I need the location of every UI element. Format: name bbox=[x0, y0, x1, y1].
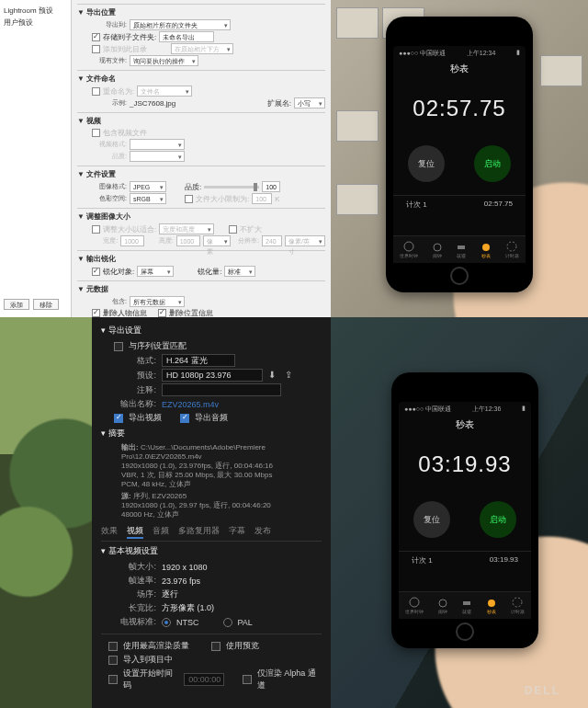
alarm-icon bbox=[432, 241, 443, 252]
sharpen-checkbox[interactable] bbox=[92, 268, 100, 276]
tab-stopwatch[interactable]: 秒表 bbox=[486, 597, 497, 614]
match-sequence-checkbox[interactable] bbox=[114, 342, 123, 351]
tab-alarm[interactable]: 闹钟 bbox=[432, 241, 443, 258]
tab-timer[interactable]: 计时器 bbox=[505, 241, 519, 258]
tab-alarm[interactable]: 闹钟 bbox=[437, 597, 448, 614]
summary-line: PCM, 48 kHz, 立体声 bbox=[121, 480, 322, 489]
ext-dropdown[interactable]: 小写 bbox=[294, 97, 325, 108]
par-value[interactable]: 方形像素 (1.0) bbox=[162, 602, 214, 614]
tab-bedtime[interactable]: 就寝 bbox=[461, 597, 472, 614]
alpha-only-checkbox[interactable] bbox=[243, 675, 252, 684]
add-preset-button[interactable]: 添加 bbox=[4, 299, 29, 310]
subfolder-input[interactable]: 未命名导出 bbox=[159, 31, 214, 42]
summary-header[interactable]: ▾ 摘要 bbox=[101, 428, 322, 440]
quality-input[interactable]: 100 bbox=[262, 181, 280, 192]
section-file-settings[interactable]: ▼ 文件设置 bbox=[77, 166, 325, 179]
preset-group[interactable]: 用户预设 bbox=[4, 17, 67, 28]
reset-button[interactable]: 复位 bbox=[413, 501, 450, 538]
stack-dropdown[interactable]: 在原始相片下方 bbox=[171, 43, 233, 54]
tab-worldclock[interactable]: 世界时钟 bbox=[405, 597, 424, 614]
section-file-naming[interactable]: ▼ 文件命名 bbox=[77, 70, 325, 84]
export-video-checkbox[interactable] bbox=[114, 414, 123, 423]
start-button[interactable]: 启动 bbox=[480, 501, 516, 538]
timecode-input[interactable]: 00:00:00 bbox=[184, 673, 224, 686]
video-format-dropdown[interactable] bbox=[130, 139, 185, 150]
image-format-dropdown[interactable]: JPEG bbox=[130, 181, 166, 192]
basic-video-header[interactable]: ▾ 基本视频设置 bbox=[101, 545, 322, 557]
field-order-value[interactable]: 逐行 bbox=[162, 588, 178, 600]
sharpen-for-dropdown[interactable]: 屏幕 bbox=[137, 266, 174, 277]
fit-dropdown[interactable]: 宽度和高度 bbox=[159, 223, 214, 234]
tab-stopwatch[interactable]: 秒表 bbox=[481, 241, 492, 258]
ntsc-radio[interactable] bbox=[162, 618, 171, 627]
include-video-checkbox[interactable] bbox=[92, 129, 100, 137]
sharpen-amount-dropdown[interactable]: 标准 bbox=[224, 266, 255, 277]
preset-dropdown[interactable]: HD 1080p 23.976 bbox=[162, 369, 263, 382]
export-to-dropdown[interactable]: 原始相片所在的文件夹 bbox=[130, 19, 231, 30]
start-timecode-checkbox[interactable] bbox=[108, 675, 118, 684]
height-input[interactable]: 1000 bbox=[176, 235, 200, 246]
unit-dropdown[interactable]: 像素 bbox=[203, 235, 231, 246]
remove-preset-button[interactable]: 移除 bbox=[33, 299, 59, 310]
colorspace-dropdown[interactable]: sRGB bbox=[130, 193, 166, 204]
tab-mux[interactable]: 多路复用器 bbox=[178, 525, 220, 539]
export-audio-checkbox[interactable] bbox=[180, 414, 189, 423]
bed-icon bbox=[456, 241, 467, 252]
metadata-dropdown[interactable]: 所有元数据 bbox=[130, 296, 185, 307]
start-button[interactable]: 启动 bbox=[474, 145, 511, 182]
svg-rect-7 bbox=[463, 601, 470, 605]
section-image-sizing[interactable]: ▼ 调整图像大小 bbox=[77, 208, 325, 222]
res-input[interactable]: 240 bbox=[262, 235, 282, 246]
tab-effects[interactable]: 效果 bbox=[101, 525, 118, 539]
existing-dropdown[interactable]: 询问要执行的操作 bbox=[130, 55, 198, 66]
limit-input[interactable]: 100 bbox=[252, 193, 272, 204]
comment-input[interactable] bbox=[162, 383, 281, 396]
res-unit-dropdown[interactable]: 像素/英寸 bbox=[285, 235, 325, 246]
tab-bedtime[interactable]: 就寝 bbox=[456, 241, 467, 258]
photo-stopwatch-1: ●●●○○ 中国联通 上午12:34 ▮ 秒表 02:57.75 复位 启动 计… bbox=[331, 0, 588, 317]
format-dropdown[interactable]: H.264 蓝光 bbox=[162, 354, 235, 367]
resize-checkbox[interactable] bbox=[92, 225, 100, 234]
pal-radio[interactable] bbox=[223, 618, 232, 627]
addcat-checkbox[interactable] bbox=[92, 45, 100, 53]
subfolder-checkbox[interactable] bbox=[92, 33, 100, 41]
output-name-link[interactable]: EZV20265.m4v bbox=[162, 400, 219, 409]
rename-dropdown[interactable]: 文件名 bbox=[137, 86, 192, 97]
tab-audio[interactable]: 音频 bbox=[153, 525, 169, 539]
section-export-location[interactable]: ▼ 导出位置 bbox=[77, 4, 325, 17]
section-metadata[interactable]: ▼ 元数据 bbox=[77, 280, 325, 294]
globe-icon bbox=[403, 241, 414, 252]
quality-slider[interactable] bbox=[204, 186, 259, 188]
label: NTSC bbox=[176, 618, 199, 627]
lap-row: 计次 102:57.75 bbox=[393, 195, 526, 213]
home-button[interactable] bbox=[456, 622, 474, 641]
tab-worldclock[interactable]: 世界时钟 bbox=[400, 241, 418, 258]
home-button[interactable] bbox=[450, 267, 469, 285]
preset-group[interactable]: Lightroom 预设 bbox=[4, 6, 67, 16]
tab-video[interactable]: 视频 bbox=[127, 525, 143, 539]
battery-icon: ▮ bbox=[522, 405, 526, 414]
remove-location-checkbox[interactable] bbox=[158, 309, 166, 317]
video-quality-dropdown[interactable] bbox=[130, 151, 185, 162]
stopwatch-title: 秒表 bbox=[399, 418, 531, 431]
panel-title[interactable]: ▾ 导出设置 bbox=[101, 325, 322, 337]
remove-person-checkbox[interactable] bbox=[92, 309, 100, 317]
rename-checkbox[interactable] bbox=[92, 87, 100, 96]
label: 输出名称: bbox=[114, 398, 156, 410]
tab-caption[interactable]: 字幕 bbox=[229, 525, 245, 539]
tab-timer[interactable]: 计时器 bbox=[511, 597, 525, 614]
use-preview-checkbox[interactable] bbox=[211, 642, 220, 651]
noenlarge-checkbox[interactable] bbox=[229, 225, 237, 234]
reset-button[interactable]: 复位 bbox=[408, 145, 445, 182]
max-quality-checkbox[interactable] bbox=[108, 642, 118, 651]
import-project-checkbox[interactable] bbox=[108, 656, 118, 665]
download-icon[interactable] bbox=[268, 370, 279, 381]
signal-icon: ●●●○○ bbox=[404, 405, 424, 412]
tab-publish[interactable]: 发布 bbox=[254, 525, 271, 539]
limit-checkbox[interactable] bbox=[185, 195, 193, 203]
section-video[interactable]: ▼ 视频 bbox=[77, 112, 325, 126]
framesize-value[interactable]: 1920 x 1080 bbox=[162, 563, 208, 572]
fps-value[interactable]: 23.976 fps bbox=[162, 577, 200, 586]
share-icon[interactable] bbox=[285, 370, 296, 381]
width-input[interactable]: 1000 bbox=[120, 235, 144, 246]
